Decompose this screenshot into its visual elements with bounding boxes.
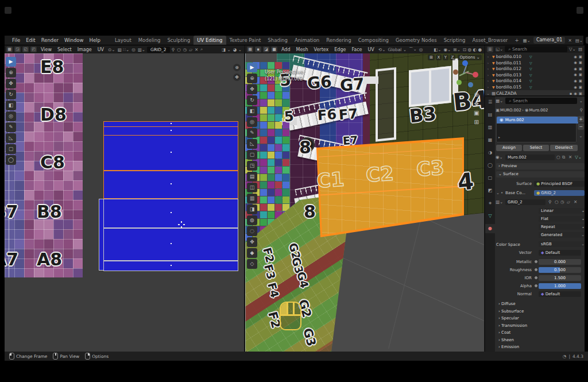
viewlayer-icon[interactable]: ▤⌄ bbox=[575, 38, 583, 43]
vp-tool-6[interactable]: ✎ bbox=[247, 128, 257, 138]
material-name-field[interactable]: Muro.002 bbox=[505, 155, 555, 160]
axis-z-toggle[interactable]: Z bbox=[450, 55, 455, 60]
vp-menu-edge[interactable]: Edge bbox=[332, 47, 348, 52]
eye-icon[interactable]: ◉ bbox=[574, 72, 577, 77]
expand-icon[interactable]: › bbox=[485, 61, 491, 65]
expand-icon[interactable]: › bbox=[485, 73, 491, 77]
props-tab-4[interactable]: ◯ bbox=[485, 161, 495, 170]
props-tab-6[interactable]: ◩ bbox=[485, 186, 495, 195]
scene-icon[interactable]: ▦⌄ bbox=[523, 38, 531, 43]
uv-overlay-icon-2[interactable]: ◕ ⌄ bbox=[233, 47, 242, 52]
pivot-icon[interactable]: ⊙⌄ bbox=[107, 47, 116, 52]
props-tab-0[interactable]: ▤ bbox=[485, 110, 495, 119]
move-gizmo-icon[interactable]: ✥ bbox=[233, 74, 241, 81]
select-mode-face-icon[interactable]: ■ bbox=[271, 47, 277, 52]
vp-tool-4[interactable]: ◧ bbox=[247, 106, 257, 116]
outliner-filter-obj-icon[interactable]: ◱⌄ bbox=[495, 47, 504, 52]
vp-shading-icons[interactable]: ⊡ ◍ ◐ ● bbox=[462, 47, 482, 52]
expand-icon[interactable]: › bbox=[485, 55, 491, 59]
metallic-slider[interactable]: 0.000 bbox=[539, 259, 581, 265]
workspace-tab-modeling[interactable]: Modeling bbox=[135, 36, 164, 45]
unlink-icon[interactable]: ✕ bbox=[567, 38, 572, 43]
navigation-gizmo[interactable] bbox=[451, 60, 479, 89]
vp-tool-13[interactable]: ◨ bbox=[247, 204, 257, 214]
uv-tool-6[interactable]: ✎ bbox=[6, 122, 16, 132]
uv-tool-8[interactable]: ▢ bbox=[6, 144, 16, 154]
vp-tool-14[interactable]: ◍ bbox=[247, 215, 257, 225]
vp-menu-add[interactable]: Add bbox=[279, 47, 293, 52]
ior-slider[interactable]: 1.500 bbox=[539, 275, 581, 281]
uv-tool-4[interactable]: ◧ bbox=[6, 101, 16, 110]
vp-tool-12[interactable]: ▥ bbox=[247, 194, 257, 203]
uv-tool-9[interactable]: ◯ bbox=[6, 155, 16, 165]
interpolation-dropdown[interactable]: Linear⌄ bbox=[539, 208, 585, 214]
props-tab-1[interactable]: ▥ bbox=[485, 123, 495, 132]
axis-icon[interactable] bbox=[453, 70, 458, 75]
vp-tool-8[interactable]: ▢ bbox=[247, 150, 257, 160]
menu-window[interactable]: Window bbox=[61, 37, 87, 43]
workspace-tab-texture-paint[interactable]: Texture Paint bbox=[226, 36, 265, 45]
base-color-field[interactable]: ● GRID_2 bbox=[534, 190, 585, 196]
vp-tool-18[interactable]: ◇ bbox=[247, 259, 257, 269]
editor-type-icon-3d[interactable]: ▦ bbox=[247, 47, 253, 52]
props-tab-5[interactable]: ▢ bbox=[485, 173, 495, 183]
vp-tool-10[interactable]: ▤ bbox=[247, 172, 257, 182]
vp-tool-3[interactable]: ↻ bbox=[247, 95, 257, 105]
menu-render[interactable]: Render bbox=[38, 37, 61, 43]
camera-restrict-icon[interactable]: ▣ bbox=[579, 85, 582, 90]
select-mode-vertex-icon[interactable]: ▪ bbox=[255, 47, 261, 52]
workspace-tab-scripting[interactable]: Scripting bbox=[440, 36, 469, 45]
vp-menu-uv[interactable]: UV bbox=[366, 47, 377, 52]
vp-tool-5[interactable]: ◎ bbox=[247, 117, 257, 127]
img-unlink-icon[interactable]: ✕ bbox=[573, 199, 578, 204]
assign-button[interactable]: Assign bbox=[496, 145, 522, 151]
eye-icon[interactable]: ◉ bbox=[574, 60, 577, 65]
options-dropdown[interactable]: Options ⌄ bbox=[458, 55, 482, 60]
axis-x-toggle[interactable]: X bbox=[436, 55, 442, 60]
uv-tool-1[interactable]: ⊕ bbox=[6, 68, 16, 78]
outliner-row-bordillo.013[interactable]: ›▼bordillo.013▽◉▣ bbox=[485, 72, 585, 78]
section-transmission[interactable]: › Transmission bbox=[496, 323, 585, 329]
img-shield-icon[interactable]: ○ bbox=[554, 199, 559, 204]
uv-sync-icon[interactable]: ⌕ bbox=[200, 47, 203, 52]
pan-icon[interactable]: ✥ bbox=[474, 101, 479, 107]
alpha-slider[interactable]: 1.000 bbox=[539, 283, 581, 289]
camera-restrict-icon[interactable]: ▣ bbox=[579, 67, 582, 71]
workspace-tab-rendering[interactable]: Rendering bbox=[323, 36, 354, 45]
normal-field[interactable]: ◆ Default bbox=[539, 291, 581, 297]
color-space-dropdown[interactable]: sRGB⌄ bbox=[539, 241, 585, 247]
axis-x-icon[interactable] bbox=[473, 72, 478, 78]
uv-menu-uv[interactable]: UV bbox=[95, 47, 106, 52]
camera-restrict-icon[interactable]: ▣ bbox=[579, 55, 582, 59]
vp-tool-2[interactable]: ✥ bbox=[247, 84, 257, 94]
uv-canvas[interactable]: E8D8C8B8A8B7A7 bbox=[5, 53, 244, 352]
slot-specials-icon[interactable]: ⌄ bbox=[578, 133, 584, 140]
img-pin-icon[interactable]: ⚲ bbox=[548, 199, 552, 204]
uv-tool-5[interactable]: ◎ bbox=[6, 111, 16, 121]
uv-menu-image[interactable]: Image bbox=[75, 47, 94, 52]
vp-visibility-icon[interactable]: ◧⌄ bbox=[433, 47, 442, 52]
vp-tool-11[interactable]: ◫ bbox=[247, 183, 257, 192]
props-tab-material[interactable]: ● bbox=[485, 224, 495, 233]
network-icon[interactable]: ◔ bbox=[563, 354, 567, 359]
grid-chip-icon[interactable]: ⊞ bbox=[428, 55, 435, 60]
outliner-row-bordillo.012[interactable]: ›▼bordillo.012▽◉▣ bbox=[485, 65, 585, 72]
uv-image-name[interactable]: GRID_2 bbox=[147, 47, 170, 53]
uv-tool-7[interactable]: ◺ bbox=[6, 133, 16, 143]
mat-unlink-icon[interactable]: ✕ bbox=[568, 155, 572, 160]
menu-file[interactable]: File bbox=[9, 37, 23, 43]
axis-z-icon[interactable] bbox=[462, 60, 468, 66]
vp-tool-7[interactable]: ◺ bbox=[247, 139, 257, 149]
snap-magnet-icon[interactable]: ⌒⌄ bbox=[408, 47, 417, 52]
fake-user-icon[interactable]: ◷ bbox=[183, 47, 188, 52]
orientation-selector[interactable]: Global ⌄ bbox=[387, 47, 407, 52]
mat-shield-icon[interactable]: ○ bbox=[556, 155, 561, 160]
eye-icon[interactable]: ◉ bbox=[574, 85, 577, 90]
base-collapse-icon[interactable]: ⌄ • bbox=[496, 191, 503, 195]
camera-view-icon[interactable]: ▣ bbox=[474, 110, 479, 116]
vp-xray-icon[interactable]: ⊞⌄ bbox=[452, 47, 461, 52]
outliner-row-bordillo.015[interactable]: ›▼bordillo.015▽◉▣ bbox=[485, 84, 585, 90]
funnel-icon[interactable]: ▽⌄ bbox=[568, 47, 577, 52]
outliner-options-icon[interactable]: ▤ bbox=[578, 47, 583, 52]
grid-toggle-icon[interactable]: ⊞ bbox=[474, 119, 479, 125]
